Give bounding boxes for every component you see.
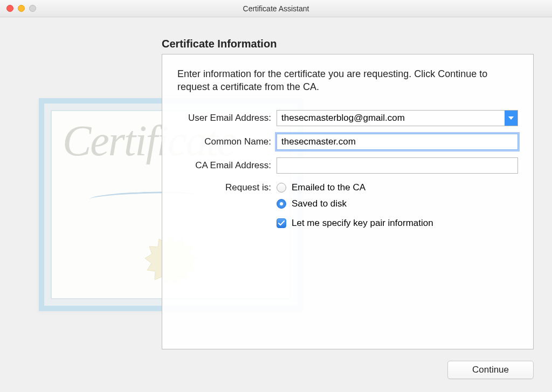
checkbox-label-keypair: Let me specify key pair information [292,218,433,229]
radio-saved-to-disk[interactable]: Saved to disk [277,198,433,209]
checkbox-key-pair-info[interactable]: Let me specify key pair information [277,218,433,229]
certificate-info-panel: Enter information for the certificate yo… [162,54,534,349]
user-email-input[interactable] [277,111,505,126]
radio-emailed-to-ca[interactable]: Emailed to the CA [277,182,433,193]
checkmark-icon [277,218,286,228]
radio-label-saved: Saved to disk [292,198,347,209]
label-ca-email: CA Email Address: [177,160,277,171]
zoom-window-button [29,5,36,12]
row-request-is: Request is: Emailed to the CA Saved to d… [177,181,518,229]
page-title: Certificate Information [162,38,277,50]
row-user-email: User Email Address: [177,110,518,126]
window-title: Certificate Assistant [243,4,309,13]
label-common-name: Common Name: [177,136,277,147]
minimize-window-button[interactable] [18,5,25,12]
label-user-email: User Email Address: [177,113,277,123]
continue-button[interactable]: Continue [447,361,534,379]
radio-icon [277,199,286,209]
content-area: Certificate Certificate Information Ente… [0,17,552,392]
ca-email-input[interactable] [277,157,518,174]
label-request-is: Request is: [177,181,277,193]
row-common-name: Common Name: [177,134,518,150]
radio-icon [277,183,286,192]
titlebar: Certificate Assistant [0,0,552,17]
traffic-lights [6,5,36,12]
instructions-text: Enter information for the certificate yo… [177,67,518,94]
row-ca-email: CA Email Address: [177,157,518,174]
close-window-button[interactable] [6,5,13,12]
chevron-down-icon[interactable] [505,111,518,126]
radio-label-emailed: Emailed to the CA [292,182,365,193]
user-email-combobox[interactable] [277,110,518,126]
common-name-input[interactable] [277,134,518,150]
